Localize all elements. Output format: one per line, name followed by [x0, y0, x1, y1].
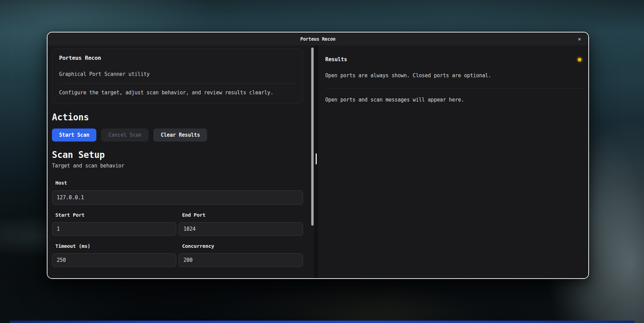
- close-button[interactable]: ✕: [575, 35, 584, 43]
- app-description: Configure the target, adjust scan behavi…: [59, 90, 296, 96]
- results-pane: Results Open ports are always shown. Clo…: [318, 45, 588, 278]
- timeout-label: Timeout (ms): [52, 243, 176, 249]
- desktop-background: Porteus Recon ✕ Porteus Recon Graphical …: [0, 0, 644, 323]
- concurrency-input[interactable]: [179, 253, 303, 267]
- host-input[interactable]: [52, 190, 303, 205]
- start-port-label: Start Port: [52, 212, 176, 218]
- tuning-labels-row: Timeout (ms) Concurrency: [52, 243, 303, 249]
- status-indicator-icon: [578, 58, 581, 62]
- window-title: Porteus Recon: [300, 36, 335, 42]
- card-divider: [59, 83, 296, 84]
- port-inputs-row: [52, 218, 303, 236]
- splitter-grip-icon: [316, 153, 317, 164]
- config-pane: Porteus Recon Graphical Port Scanner uti…: [47, 45, 311, 278]
- app-subtitle: Graphical Port Scanner utility: [59, 71, 296, 78]
- left-pane-scrollbar-thumb[interactable]: [311, 48, 314, 226]
- results-divider: [325, 88, 584, 89]
- results-placeholder: Open ports and scan messages will appear…: [325, 97, 584, 103]
- left-pane-scrollbar-track[interactable]: [311, 45, 314, 278]
- results-hint: Open ports are always shown. Closed port…: [325, 72, 584, 79]
- start-port-input[interactable]: [52, 222, 176, 236]
- app-info-card: Porteus Recon Graphical Port Scanner uti…: [52, 49, 303, 104]
- window-titlebar: Porteus Recon ✕: [47, 32, 588, 45]
- host-label: Host: [52, 180, 311, 186]
- actions-button-row: Start Scan Cancel Scan Clear Results: [52, 129, 311, 142]
- start-scan-button[interactable]: Start Scan: [52, 129, 96, 142]
- clear-results-button[interactable]: Clear Results: [153, 129, 207, 142]
- timeout-input[interactable]: [52, 253, 176, 267]
- scan-setup-subtitle: Target and scan behavior: [52, 163, 311, 169]
- app-title: Porteus Recon: [59, 55, 296, 62]
- close-icon: ✕: [578, 36, 581, 42]
- cancel-scan-button[interactable]: Cancel Scan: [101, 129, 149, 142]
- pane-splitter[interactable]: [314, 45, 318, 278]
- results-header: Results: [325, 56, 584, 63]
- port-labels-row: Start Port End Port: [52, 212, 303, 218]
- end-port-input[interactable]: [179, 222, 303, 236]
- concurrency-label: Concurrency: [179, 243, 303, 249]
- window-body: Porteus Recon Graphical Port Scanner uti…: [47, 45, 588, 278]
- actions-heading: Actions: [52, 112, 311, 123]
- results-heading: Results: [325, 56, 347, 63]
- tuning-inputs-row: [52, 249, 303, 267]
- app-window: Porteus Recon ✕ Porteus Recon Graphical …: [47, 32, 589, 279]
- scan-setup-heading: Scan Setup: [52, 150, 311, 160]
- end-port-label: End Port: [179, 212, 303, 218]
- wallpaper-sea-strip: [10, 321, 634, 323]
